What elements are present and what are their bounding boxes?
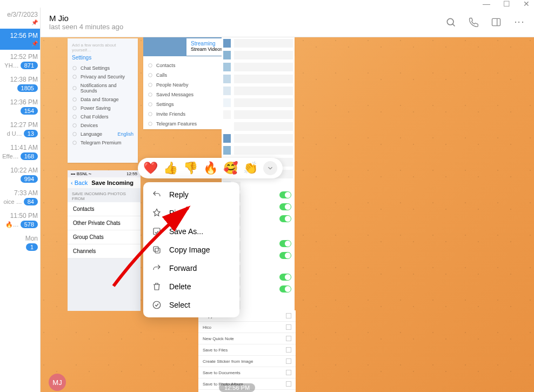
toggles-screenshot: [241, 181, 295, 310]
chat-list-item[interactable]: e/3/7/2023📌: [0, 8, 40, 29]
reaction-emoji[interactable]: 👏: [243, 161, 258, 175]
message-timestamp: 12:56 PM: [219, 383, 255, 392]
chat-list-item[interactable]: 7:33 AMoice …84: [0, 186, 40, 209]
chat-header: M Jio last seen 4 minutes ago ⋮: [41, 8, 534, 37]
chat-status: last seen 4 minutes ago: [49, 23, 123, 31]
save-icon: [152, 227, 162, 236]
menu-label: Select: [169, 301, 190, 309]
call-icon[interactable]: [468, 17, 479, 28]
chat-list-item[interactable]: 11:41 AMEffe…168: [0, 141, 40, 163]
menu-pin[interactable]: Pin: [143, 204, 239, 222]
svg-rect-20: [153, 228, 160, 235]
svg-point-19: [149, 122, 152, 126]
chat-list-item[interactable]: 12:27 PMd U…13: [0, 118, 40, 141]
svg-point-8: [73, 107, 77, 110]
svg-point-5: [73, 75, 77, 79]
chat-list-item[interactable]: 10:22 AM994: [0, 163, 40, 186]
phone-screenshot: ••• BSNL ⏦ 12:55 ‹ Back Save Incoming SA…: [68, 170, 141, 311]
svg-point-0: [447, 18, 453, 25]
svg-rect-2: [492, 18, 500, 25]
svg-point-12: [73, 141, 77, 145]
chat-list[interactable]: e/3/7/2023📌12:56 PM📌12:52 PMYH…87112:38 …: [0, 8, 41, 392]
chat-area: Add a few words about yourself… Settings…: [41, 37, 534, 392]
copy-icon: [152, 245, 162, 255]
chat-list-item[interactable]: 12:36 PM154: [0, 95, 40, 118]
svg-point-13: [149, 64, 152, 68]
reaction-emoji[interactable]: 👎: [183, 161, 198, 175]
window-maximize[interactable]: ☐: [503, 0, 510, 8]
menu-select[interactable]: Select: [143, 296, 239, 314]
reaction-emoji[interactable]: 👍: [163, 161, 178, 175]
reaction-emoji[interactable]: ❤️: [143, 161, 158, 175]
window-titlebar: — ☐ ✕: [0, 0, 534, 8]
menu-delete[interactable]: Delete: [143, 277, 239, 296]
select-icon: [152, 300, 162, 310]
svg-point-23: [153, 301, 161, 309]
menu-label: Delete: [169, 282, 191, 291]
avatar[interactable]: MJ: [49, 374, 66, 391]
more-icon[interactable]: ⋮: [513, 17, 525, 27]
reaction-emoji[interactable]: 🥰: [223, 161, 238, 175]
forward-icon: [152, 263, 162, 273]
reaction-more[interactable]: [263, 161, 277, 175]
delete-icon: [152, 282, 162, 291]
chat-list-item[interactable]: 11:50 PM🔥…578: [0, 209, 40, 231]
search-icon[interactable]: [445, 17, 456, 28]
blur-mosaic: [222, 37, 295, 167]
menu-reply[interactable]: Reply: [143, 185, 239, 204]
menu-copy[interactable]: Copy Image: [143, 241, 239, 259]
svg-rect-22: [153, 247, 158, 251]
svg-point-15: [149, 83, 152, 87]
reaction-emoji[interactable]: 🔥: [203, 161, 218, 175]
chat-list-item[interactable]: 12:56 PM📌: [0, 29, 40, 50]
chat-list-item[interactable]: Mon1: [0, 231, 40, 254]
svg-point-17: [149, 103, 152, 107]
svg-point-6: [73, 87, 77, 90]
chat-title: M Jio: [49, 14, 123, 23]
pin-icon: [152, 208, 162, 218]
context-menu[interactable]: ReplyPinSave As...Copy ImageForwardDelet…: [143, 182, 239, 317]
svg-point-14: [149, 74, 152, 77]
window-minimize[interactable]: —: [483, 0, 490, 8]
chat-list-item[interactable]: 12:52 PMYH…871: [0, 50, 40, 72]
reply-icon: [152, 190, 162, 200]
svg-point-11: [73, 132, 77, 136]
action-menu-screenshot: CopyHicoNew Quick NoteSave to FilesCreat…: [198, 310, 296, 392]
menu-forward[interactable]: Forward: [143, 259, 239, 277]
chat-list-item[interactable]: 12:38 PM1805: [0, 72, 40, 95]
window-close[interactable]: ✕: [523, 0, 530, 8]
settings-screenshot: Add a few words about yourself… Settings…: [68, 38, 138, 163]
svg-point-10: [73, 124, 77, 128]
svg-point-9: [73, 115, 77, 119]
menu-save[interactable]: Save As...: [143, 222, 239, 241]
menu-label: Reply: [169, 190, 189, 199]
menu-label: Save As...: [169, 227, 203, 236]
svg-point-7: [73, 98, 77, 102]
menu-label: Pin: [169, 209, 180, 217]
svg-point-16: [149, 93, 152, 97]
menu-label: Copy Image: [169, 245, 210, 254]
svg-rect-21: [155, 248, 160, 253]
svg-point-18: [149, 112, 152, 116]
svg-line-1: [452, 24, 455, 26]
menu-label: Forward: [169, 264, 197, 273]
reaction-bar[interactable]: ❤️👍👎🔥🥰👏: [138, 158, 283, 178]
sidepanel-icon[interactable]: [491, 17, 502, 28]
svg-point-4: [73, 67, 77, 70]
contacts-screenshot: ContactsCallsPeople NearbySaved Messages…: [143, 56, 222, 129]
